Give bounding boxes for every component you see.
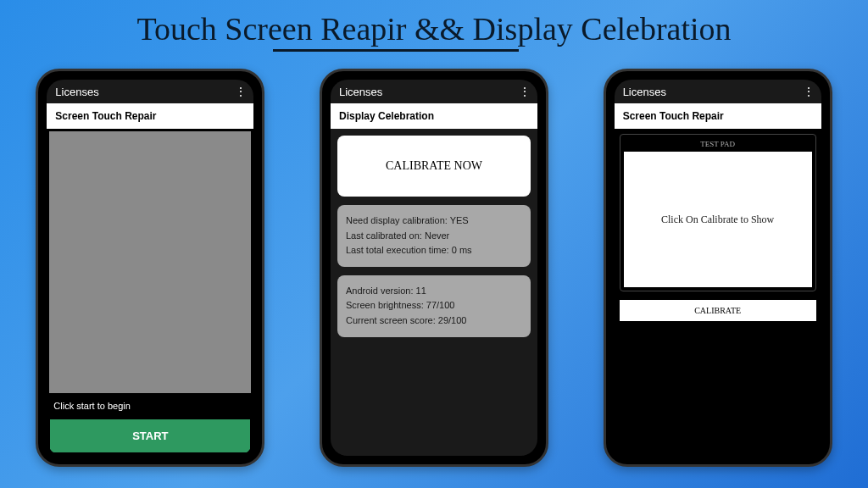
info-line: Current screen score: 29/100 (346, 313, 522, 329)
status-label: Licenses (623, 86, 666, 98)
info-line: Last calibrated on: Never (346, 229, 522, 244)
phone-mockup-3: Licenses ⋮ Screen Touch Repair TEST PAD … (604, 69, 832, 467)
test-pad-label: TEST PAD (624, 138, 812, 152)
hint-text: Click start to begin (47, 396, 253, 416)
app-header-3: Screen Touch Repair (615, 103, 821, 129)
menu-icon[interactable]: ⋮ (519, 85, 529, 98)
phone-screen-1: Licenses ⋮ Screen Touch Repair Click sta… (47, 80, 253, 456)
status-bar-1: Licenses ⋮ (47, 80, 253, 103)
calibrate-now-button[interactable]: CALIBRATE NOW (337, 136, 531, 197)
phones-row: Licenses ⋮ Screen Touch Repair Click sta… (0, 52, 868, 467)
info-line: Last total execution time: 0 ms (346, 243, 522, 258)
status-label: Licenses (55, 86, 98, 98)
phone-mockup-2: Licenses ⋮ Display Celebration CALIBRATE… (320, 69, 548, 467)
status-bar-2: Licenses ⋮ (331, 80, 537, 103)
menu-icon[interactable]: ⋮ (235, 85, 245, 98)
phone-screen-2: Licenses ⋮ Display Celebration CALIBRATE… (331, 80, 537, 456)
info-line: Android version: 11 (346, 284, 522, 299)
calibrate-button[interactable]: CALIBRATE (620, 300, 816, 321)
title-underline (273, 49, 519, 52)
content-area-2: CALIBRATE NOW Need display calibration: … (331, 129, 537, 456)
phone-screen-3: Licenses ⋮ Screen Touch Repair TEST PAD … (615, 80, 821, 456)
test-pad-area[interactable]: Click On Calibrate to Show (624, 152, 812, 287)
test-pad-hint: Click On Calibrate to Show (661, 214, 774, 226)
system-info-card: Android version: 11 Screen brightness: 7… (337, 275, 531, 337)
info-line: Screen brightness: 77/100 (346, 298, 522, 313)
content-area-1: Click start to begin START (47, 129, 253, 456)
phone-mockup-1: Licenses ⋮ Screen Touch Repair Click sta… (36, 69, 264, 467)
start-button[interactable]: START (50, 419, 250, 452)
status-bar-3: Licenses ⋮ (615, 80, 821, 103)
info-line: Need display calibration: YES (346, 214, 522, 229)
menu-icon[interactable]: ⋮ (803, 85, 813, 98)
page-title: Touch Screen Reapir && Display Celebrati… (0, 0, 868, 47)
app-header-2: Display Celebration (331, 103, 537, 129)
app-header-1: Screen Touch Repair (47, 103, 253, 129)
touch-area[interactable] (49, 131, 251, 393)
content-area-3: TEST PAD Click On Calibrate to Show CALI… (615, 129, 821, 456)
test-pad-section: TEST PAD Click On Calibrate to Show (620, 134, 816, 291)
calibration-info-card: Need display calibration: YES Last calib… (337, 205, 531, 267)
status-label: Licenses (339, 86, 382, 98)
